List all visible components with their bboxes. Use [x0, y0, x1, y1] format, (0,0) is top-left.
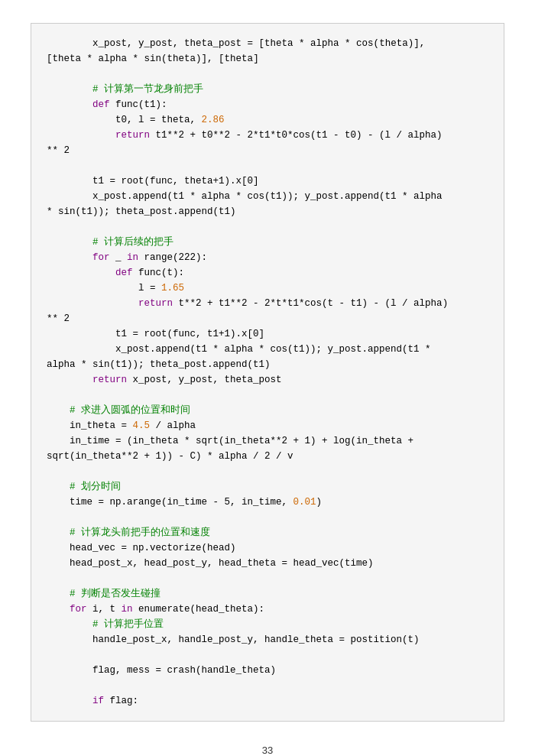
- code-block: x_post, y_post, theta_post = [theta * al…: [47, 36, 488, 709]
- page-wrapper: x_post, y_post, theta_post = [theta * al…: [0, 0, 535, 756]
- page-number: 33: [262, 745, 273, 756]
- code-container: x_post, y_post, theta_post = [theta * al…: [31, 23, 504, 722]
- page-footer: 33: [0, 737, 535, 756]
